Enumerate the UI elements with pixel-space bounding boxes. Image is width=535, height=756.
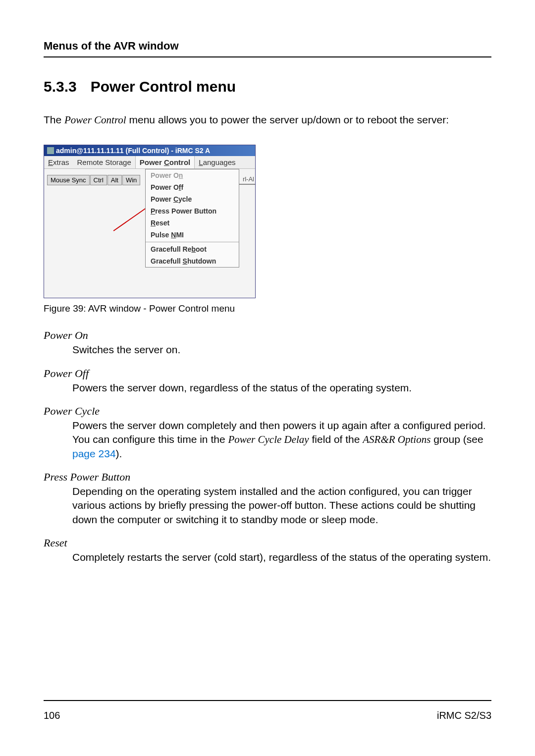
- body-power-cycle: Powers the server down completely and th…: [72, 419, 491, 461]
- alt-button[interactable]: Alt: [107, 175, 122, 185]
- dd-reset[interactable]: Reset: [146, 217, 239, 229]
- menu-power-control[interactable]: Power Control: [135, 156, 195, 168]
- section-heading: 5.3.3Power Control menu: [44, 78, 491, 95]
- body-reset: Completely restarts the server (cold sta…: [72, 550, 491, 564]
- term-power-off: Power Off: [44, 367, 491, 380]
- header-rule: [44, 56, 491, 57]
- menu-remote-storage[interactable]: Remote Storage: [73, 156, 135, 168]
- term-press-power-button: Press Power Button: [44, 471, 491, 484]
- term-reset: Reset: [44, 537, 491, 549]
- dd-power-off[interactable]: Power Off: [146, 181, 239, 193]
- dd-power-on[interactable]: Power On: [146, 169, 239, 181]
- page-link-234[interactable]: page 234: [72, 448, 116, 459]
- dd-graceful-reboot[interactable]: Gracefull Reboot: [146, 243, 239, 255]
- definition-list: Power On Switches the server on. Power O…: [44, 329, 491, 564]
- dd-graceful-shutdown[interactable]: Gracefull Shutdown: [146, 255, 239, 267]
- term-power-cycle: Power Cycle: [44, 405, 491, 418]
- page-running-header: Menus of the AVR window: [44, 40, 491, 53]
- ctrl-button[interactable]: Ctrl: [90, 175, 107, 185]
- dd-press-power-button[interactable]: Press Power Button: [146, 205, 239, 217]
- page-footer: 106 iRMC S2/S3: [44, 700, 491, 721]
- figure-screenshot: admin@111.11.11.11 (Full Control) - iRMC…: [44, 145, 491, 298]
- window-titlebar: admin@111.11.11.11 (Full Control) - iRMC…: [44, 145, 255, 156]
- dropdown-separator: [146, 242, 239, 242]
- footer-rule: [44, 700, 491, 701]
- mouse-sync-button[interactable]: Mouse Sync: [47, 175, 90, 185]
- dd-pulse-nmi[interactable]: Pulse NMI: [146, 229, 239, 241]
- power-control-dropdown: Power On Power Off Power Cycle Press Pow…: [145, 169, 239, 268]
- page-number: 106: [44, 710, 60, 721]
- tool-row: Mouse Sync Ctrl Alt Win rl-Al Power On P…: [44, 169, 255, 298]
- body-power-off: Powers the server down, regardless of th…: [72, 381, 491, 395]
- menu-languages[interactable]: Languages: [195, 156, 239, 168]
- dd-power-cycle[interactable]: Power Cycle: [146, 193, 239, 205]
- figure-caption: Figure 39: AVR window - Power Control me…: [44, 303, 491, 314]
- body-press-power-button: Depending on the operating system instal…: [72, 485, 491, 527]
- window-icon: [47, 147, 54, 154]
- right-fragment-text: rl-Al: [243, 175, 254, 183]
- section-number: 5.3.3: [44, 78, 77, 95]
- term-power-on: Power On: [44, 329, 491, 342]
- menubar: Extras Remote Storage Power Control Lang…: [44, 156, 255, 169]
- body-power-on: Switches the server on.: [72, 343, 491, 357]
- section-title: Power Control menu: [91, 78, 236, 95]
- intro-paragraph: The Power Control menu allows you to pow…: [44, 113, 491, 127]
- win-button[interactable]: Win: [122, 175, 140, 185]
- avr-window: admin@111.11.11.11 (Full Control) - iRMC…: [44, 145, 256, 298]
- menu-extras[interactable]: Extras: [44, 156, 73, 168]
- product-name: iRMC S2/S3: [437, 710, 491, 721]
- window-title-text: admin@111.11.11.11 (Full Control) - iRMC…: [56, 147, 210, 155]
